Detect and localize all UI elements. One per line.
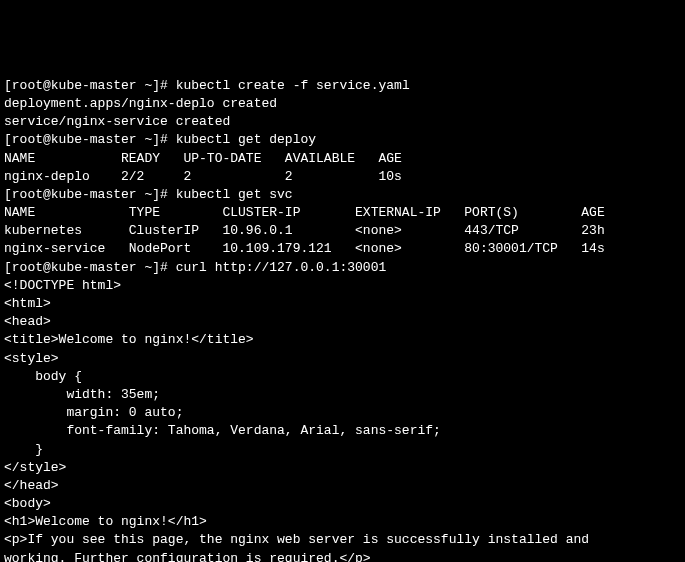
prompt-line-4: [root@kube-master ~]# curl http://127.0.… <box>4 260 386 275</box>
html-output: font-family: Tahoma, Verdana, Arial, san… <box>4 423 441 438</box>
command: kubectl create -f service.yaml <box>176 78 410 93</box>
svc-row: kubernetes ClusterIP 10.96.0.1 <none> 44… <box>4 223 605 238</box>
svc-row: nginx-service NodePort 10.109.179.121 <n… <box>4 241 605 256</box>
html-output: <head> <box>4 314 51 329</box>
html-output: <html> <box>4 296 51 311</box>
output-line: deployment.apps/nginx-deplo created <box>4 96 277 111</box>
prompt: [root@kube-master ~]# <box>4 78 176 93</box>
deploy-row: nginx-deplo 2/2 2 2 10s <box>4 169 402 184</box>
html-output: } <box>4 442 43 457</box>
html-output: </head> <box>4 478 59 493</box>
prompt-line-2: [root@kube-master ~]# kubectl get deploy <box>4 132 316 147</box>
html-output: </style> <box>4 460 66 475</box>
prompt: [root@kube-master ~]# <box>4 260 176 275</box>
prompt-line-1: [root@kube-master ~]# kubectl create -f … <box>4 78 410 93</box>
html-output: <style> <box>4 351 59 366</box>
command: kubectl get svc <box>176 187 293 202</box>
prompt-line-3: [root@kube-master ~]# kubectl get svc <box>4 187 293 202</box>
prompt: [root@kube-master ~]# <box>4 187 176 202</box>
html-output: working. Further configuration is requir… <box>4 551 371 562</box>
html-output: margin: 0 auto; <box>4 405 183 420</box>
svc-header: NAME TYPE CLUSTER-IP EXTERNAL-IP PORT(S)… <box>4 205 605 220</box>
command: kubectl get deploy <box>176 132 316 147</box>
prompt: [root@kube-master ~]# <box>4 132 176 147</box>
html-output: width: 35em; <box>4 387 160 402</box>
command: curl http://127.0.0.1:30001 <box>176 260 387 275</box>
html-output: body { <box>4 369 82 384</box>
html-output: <h1>Welcome to nginx!</h1> <box>4 514 207 529</box>
terminal[interactable]: [root@kube-master ~]# kubectl create -f … <box>4 77 681 562</box>
output-line: service/nginx-service created <box>4 114 230 129</box>
deploy-header: NAME READY UP-TO-DATE AVAILABLE AGE <box>4 151 402 166</box>
html-output: <title>Welcome to nginx!</title> <box>4 332 254 347</box>
html-output: <!DOCTYPE html> <box>4 278 121 293</box>
html-output: <body> <box>4 496 51 511</box>
html-output: <p>If you see this page, the nginx web s… <box>4 532 589 547</box>
